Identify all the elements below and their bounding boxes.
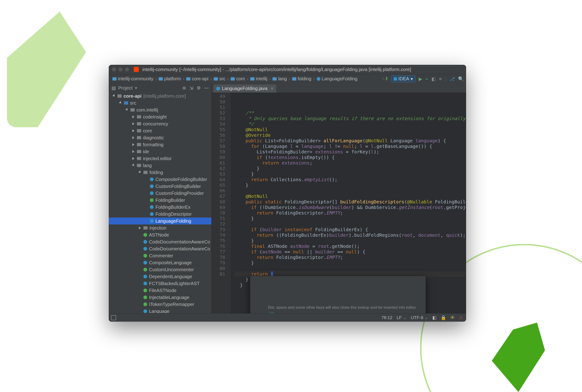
breadcrumb-lang[interactable]: lang (271, 76, 288, 82)
completion-hint-more[interactable]: >> (269, 311, 274, 313)
code-line[interactable]: * Only queries base language results if … (234, 116, 466, 121)
tree-node-src[interactable]: src (109, 100, 211, 106)
expand-closed-icon[interactable] (132, 157, 135, 160)
line-number[interactable]: 71 (212, 216, 225, 221)
tree-node-formatting[interactable]: formatting (109, 141, 211, 148)
code-line[interactable]: @Override (234, 132, 466, 138)
coverage-icon[interactable]: ◧ (431, 76, 436, 82)
line-number[interactable]: 73 (212, 227, 225, 232)
code-line[interactable]: } (234, 216, 466, 221)
completion-popup[interactable]: Dot, space and some other keys will also… (250, 276, 426, 313)
tree-node-diagnostic[interactable]: diagnostic (109, 134, 211, 141)
expand-closed-icon[interactable] (132, 143, 135, 146)
line-number[interactable]: 78 (212, 254, 225, 260)
line-number[interactable]: 63 (212, 171, 225, 177)
run-config-selector[interactable]: IDEA ▾ (391, 76, 416, 82)
expand-open-icon[interactable] (125, 108, 129, 112)
code-line[interactable]: public static FoldingDescriptor[] buildF… (234, 199, 466, 204)
line-number[interactable]: 77 (212, 249, 225, 254)
code-line[interactable]: if (!extensions.isEmpty()) { (234, 154, 466, 160)
tab-close-icon[interactable]: × (271, 86, 273, 91)
tree-node-compositefoldingbuilder[interactable]: CompositeFoldingBuilder (109, 176, 211, 183)
line-number[interactable]: 69 (212, 204, 225, 210)
code-line[interactable]: return FoldingDescriptor.EMPTY; (234, 210, 466, 216)
code-line[interactable]: final ASTNode astNode = root.getNode(); (234, 244, 466, 249)
line-number[interactable]: 75 (212, 238, 225, 244)
tree-node-com-intellij[interactable]: com.intellij (109, 106, 211, 114)
tab-languagefolding[interactable]: LanguageFolding.java × (213, 84, 276, 92)
code-line[interactable]: */ (234, 121, 466, 127)
inspect-icon[interactable]: 👁 (450, 315, 455, 320)
line-number[interactable]: 65 (212, 182, 225, 188)
tree-node-customfoldingprovider[interactable]: CustomFoldingProvider (109, 190, 211, 197)
line-number[interactable]: 49 (212, 94, 225, 99)
code-line[interactable] (234, 221, 466, 227)
code-line[interactable]: } (234, 171, 466, 177)
gear-icon[interactable]: ⚙ (197, 85, 201, 91)
tree-node-injectablelanguage[interactable]: InjectableLanguage (109, 294, 211, 301)
tree-node-customfoldingbuilder[interactable]: CustomFoldingBuilder (109, 183, 211, 190)
line-number[interactable]: 50 (212, 99, 225, 104)
git-icon[interactable]: ⎇ (450, 76, 455, 82)
code-line[interactable]: for (Language l = language; l != null; l… (234, 144, 466, 149)
code-line[interactable]: } (234, 238, 466, 244)
tree-node-languagefolding[interactable]: LanguageFolding (109, 218, 211, 224)
line-number[interactable]: 66 (212, 188, 225, 194)
breadcrumb-languagefolding[interactable]: LanguageFolding (315, 76, 359, 82)
line-number[interactable]: 57 (212, 138, 225, 144)
line-number[interactable]: 55 (212, 127, 225, 132)
tree-node-concurrency[interactable]: concurrency (109, 120, 211, 127)
line-number[interactable]: 70 (212, 210, 225, 216)
line-number[interactable]: 74 (212, 232, 225, 238)
tree-node-language[interactable]: Language (109, 308, 211, 313)
expand-open-icon[interactable] (138, 170, 142, 174)
close-icon[interactable] (112, 67, 116, 72)
tree-node-folding[interactable]: folding (109, 169, 211, 176)
project-view-dropdown-icon[interactable]: ▾ (135, 85, 137, 91)
notif-icon[interactable]: ⚠ (459, 315, 463, 320)
expand-closed-icon[interactable] (132, 129, 135, 132)
code-line[interactable]: } (234, 260, 466, 266)
minimize-icon[interactable] (118, 67, 123, 72)
build-icon[interactable]: ⟍⬆ (381, 76, 388, 82)
code-line[interactable]: if (astNode == null || builder == null) … (234, 249, 466, 254)
tree-node-commenter[interactable]: Commenter (109, 252, 211, 259)
line-number[interactable]: 79 (212, 260, 225, 266)
tree-node-codedocumentationawareco[interactable]: CodeDocumentationAwareCo (109, 245, 211, 252)
tree-node-dependentlanguage[interactable]: DependentLanguage (109, 273, 211, 280)
project-tree[interactable]: core-api [intellij.platform.core]srccom.… (109, 92, 211, 313)
code-line[interactable]: if (builder instanceof FoldingBuilderEx)… (234, 227, 466, 232)
line-number[interactable]: 56 (212, 132, 225, 138)
collapse-icon[interactable]: ⇲ (189, 85, 193, 91)
tree-node-core[interactable]: core (109, 127, 211, 134)
code-line[interactable]: List<FoldingBuilder> extensions = forKey… (234, 149, 466, 154)
debug-icon[interactable]: ⌁ (425, 76, 428, 82)
tree-node-fileastnode[interactable]: FileASTNode (109, 287, 211, 294)
tree-node-core-api[interactable]: core-api [intellij.platform.core] (109, 92, 211, 100)
code-line[interactable]: return extensions; (234, 160, 466, 166)
code-line[interactable]: public List<FoldingBuilder> allForLangua… (234, 138, 466, 144)
code-line[interactable]: return FoldingDescriptor.EMPTY; (234, 254, 466, 260)
code-line[interactable]: } (234, 166, 466, 171)
run-icon[interactable]: ▶ (419, 76, 422, 82)
code-line[interactable]: /** (234, 110, 466, 116)
tree-node-astnode[interactable]: ASTNode (109, 232, 211, 238)
code-line[interactable]: return Collections.emptyList(); (234, 177, 466, 182)
line-number[interactable]: 72 (212, 221, 225, 227)
project-view-icon[interactable]: ▤ (111, 85, 116, 91)
line-number[interactable]: 51 (212, 104, 225, 110)
code-line[interactable] (234, 266, 466, 271)
line-number[interactable]: 60 (212, 154, 225, 160)
code-line[interactable] (234, 188, 466, 194)
expand-closed-icon[interactable] (132, 136, 135, 139)
toolwindow-toggle-icon[interactable] (111, 315, 116, 320)
locate-icon[interactable]: ⊚ (182, 85, 186, 91)
zoom-icon[interactable] (125, 67, 129, 72)
tree-node-compositelanguage[interactable]: CompositeLanguage (109, 259, 211, 266)
breadcrumb-intellij-community[interactable]: intellij-community (111, 76, 155, 82)
stop-icon[interactable]: ■ (439, 76, 442, 82)
gutter[interactable]: 4950515253545556575859606162636465666768… (212, 92, 227, 313)
line-number[interactable]: 62 (212, 166, 225, 171)
breadcrumb-folding[interactable]: folding (291, 76, 313, 82)
line-number[interactable]: 81 (212, 271, 225, 277)
